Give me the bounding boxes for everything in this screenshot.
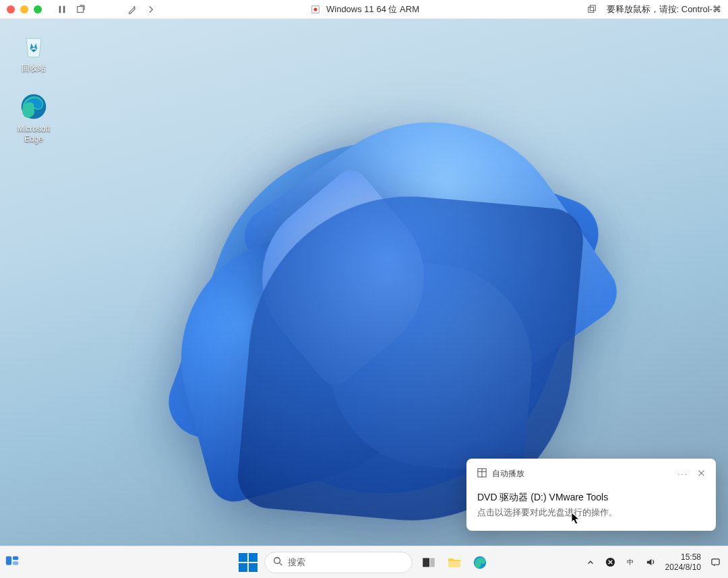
vm-host-toolbar: Windows 11 64 位 ARM 要释放鼠标，请按: Control-⌘ (0, 0, 728, 19)
windows-taskbar: 搜索 中 15:58 2024/8/10 (0, 546, 728, 578)
svg-line-16 (280, 563, 282, 566)
svg-rect-17 (423, 558, 429, 567)
svg-rect-6 (588, 7, 593, 12)
tray-status-icon[interactable] (605, 556, 617, 569)
volume-icon[interactable] (645, 556, 657, 569)
snapshot-icon[interactable] (74, 3, 88, 16)
taskbar-search[interactable]: 搜索 (264, 552, 413, 573)
search-placeholder: 搜索 (288, 556, 305, 569)
notification-header: 自动播放 ··· (477, 468, 705, 480)
task-view-button[interactable] (419, 553, 438, 572)
edge-shortcut[interactable]: Microsoft Edge (9, 92, 58, 144)
svg-point-15 (274, 558, 280, 564)
zoom-window-dot[interactable] (34, 5, 42, 13)
edge-icon (19, 92, 49, 121)
taskbar-clock[interactable]: 15:58 2024/8/10 (665, 552, 701, 572)
notifications-icon[interactable] (709, 556, 721, 569)
minimize-window-dot[interactable] (20, 5, 28, 13)
notification-close-icon[interactable] (698, 469, 705, 479)
svg-point-3 (133, 6, 135, 7)
pause-vm-icon[interactable] (55, 3, 69, 16)
svg-rect-18 (430, 558, 435, 567)
svg-rect-13 (13, 556, 18, 560)
tray-overflow-icon[interactable] (584, 556, 597, 569)
close-window-dot[interactable] (7, 5, 15, 13)
svg-rect-19 (448, 561, 460, 567)
notification-title: DVD 驱动器 (D:) VMware Tools (477, 492, 705, 504)
svg-rect-14 (13, 561, 18, 565)
widgets-button[interactable] (3, 550, 22, 575)
svg-rect-0 (59, 5, 61, 13)
search-icon (273, 556, 282, 568)
window-traffic-lights (7, 5, 42, 13)
notification-more-icon[interactable]: ··· (677, 469, 688, 479)
clock-date: 2024/8/10 (665, 562, 701, 572)
notification-body: 点击以选择要对此光盘进行的操作。 (477, 507, 705, 519)
forward-icon[interactable] (144, 3, 158, 16)
recycle-bin-shortcut[interactable]: 回收站 (9, 31, 58, 73)
svg-rect-2 (78, 6, 84, 12)
windows-desktop[interactable]: 回收站 Microsoft Edge 自动播放 ··· (0, 19, 728, 546)
start-button[interactable] (239, 553, 257, 572)
autoplay-notification[interactable]: 自动播放 ··· DVD 驱动器 (D:) VMware Tools 点击以选择… (466, 459, 716, 531)
taskbar-center: 搜索 (239, 552, 489, 573)
recycle-bin-label: 回收站 (22, 63, 46, 73)
edge-taskbar-button[interactable] (471, 553, 489, 572)
recycle-bin-icon (19, 31, 49, 61)
notification-app-name: 自动播放 (492, 468, 524, 480)
svg-rect-1 (63, 5, 65, 13)
clock-time: 15:58 (665, 552, 701, 562)
svg-point-5 (313, 7, 317, 11)
vm-disc-icon (309, 3, 322, 16)
window-mode-icon[interactable] (585, 3, 599, 16)
svg-rect-23 (711, 559, 719, 565)
svg-rect-7 (590, 5, 595, 10)
vm-title: Windows 11 64 位 ARM (326, 3, 419, 16)
file-explorer-button[interactable] (445, 553, 464, 572)
mouse-cursor-icon (571, 512, 580, 525)
system-tray: 中 15:58 2024/8/10 (584, 552, 721, 572)
svg-text:中: 中 (627, 558, 634, 566)
configure-icon[interactable] (125, 3, 139, 16)
ime-icon[interactable]: 中 (625, 556, 637, 569)
vm-title-group: Windows 11 64 位 ARM (309, 3, 419, 16)
svg-rect-12 (6, 556, 11, 565)
autoplay-app-icon (477, 468, 487, 480)
edge-label: Microsoft Edge (18, 124, 51, 144)
release-mouse-hint: 要释放鼠标，请按: Control-⌘ (607, 3, 721, 16)
desktop-icons: 回收站 Microsoft Edge (9, 31, 58, 144)
